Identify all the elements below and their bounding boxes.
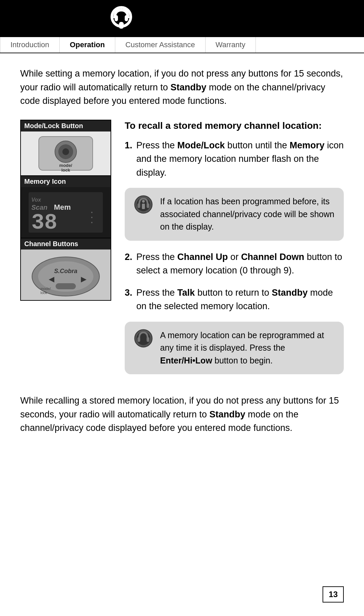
svg-rect-31 xyxy=(138,203,140,208)
closing-paragraph: While recalling a stored memory location… xyxy=(20,394,344,435)
instructions-column: To recall a stored memory channel locati… xyxy=(125,120,344,384)
page-number: 13 xyxy=(329,590,338,599)
channel-buttons-image: S.Cobra ◀ ▶ mode/ lock xyxy=(21,250,111,300)
svg-text:mode/: mode/ xyxy=(59,163,72,168)
note-box-2: A memory location can be reprogrammed at… xyxy=(125,322,344,375)
svg-point-29 xyxy=(142,200,145,203)
step-2-bold-1: Channel Up xyxy=(177,252,228,262)
svg-rect-35 xyxy=(138,337,140,342)
two-column-layout: Mode/Lock Button mode/ lock Memory Icon xyxy=(20,120,344,384)
nav-introduction[interactable]: Introduction xyxy=(0,37,60,53)
svg-text:•: • xyxy=(91,210,93,215)
svg-rect-30 xyxy=(142,204,145,209)
header-logo-center xyxy=(81,0,162,37)
svg-text:lock: lock xyxy=(40,291,47,295)
step-3-number: 3. xyxy=(125,286,132,313)
svg-text:lock: lock xyxy=(61,168,70,173)
svg-text:•: • xyxy=(91,215,93,220)
info-icon-2 xyxy=(134,329,153,348)
step-3: 3. Press the Talk button to return to St… xyxy=(125,286,344,313)
mode-lock-svg: mode/ lock xyxy=(32,133,99,174)
svg-point-7 xyxy=(62,148,69,155)
step-1-number: 1. xyxy=(125,139,132,180)
memory-icon-image-box: Memory Icon Vox Scan Mem 38 xyxy=(20,176,111,238)
memory-display-svg: Vox Scan Mem 38 • • • xyxy=(25,189,106,236)
note-2-bold: Enter/Hi•Low xyxy=(160,356,212,365)
svg-text:Scan: Scan xyxy=(31,204,48,211)
note-box-1: If a location has been programmed before… xyxy=(125,188,344,241)
nav-customer-assistance[interactable]: Customer Assistance xyxy=(115,37,206,53)
intro-paragraph: While setting a memory location, if you … xyxy=(20,67,344,108)
header-logo-left xyxy=(0,0,81,37)
step-3-bold-2: Standby xyxy=(272,288,308,298)
svg-rect-26 xyxy=(56,283,76,289)
svg-text:◀: ◀ xyxy=(49,275,55,283)
channel-buttons-label: Channel Buttons xyxy=(21,238,111,250)
step-2-text: Press the Channel Up or Channel Down but… xyxy=(136,250,344,277)
note-1-text: If a location has been programmed before… xyxy=(160,195,334,233)
standby-bold-1: Standby xyxy=(171,82,207,92)
svg-text:Mem: Mem xyxy=(54,203,71,211)
page-header xyxy=(0,0,364,37)
svg-text:•: • xyxy=(91,220,93,225)
step-1: 1. Press the Mode/Lock button until the … xyxy=(125,139,344,180)
note-2-text: A memory location can be reprogrammed at… xyxy=(160,329,334,367)
svg-text:Vox: Vox xyxy=(31,197,41,203)
channel-buttons-image-box: Channel Buttons S.Cobra ◀ ▶ mode/ lock xyxy=(20,238,111,301)
note-icon-1 xyxy=(134,195,153,214)
step-2-bold-2: Channel Down xyxy=(241,252,304,262)
cobra-logo-icon xyxy=(106,3,136,34)
mode-lock-image: mode/ lock xyxy=(21,131,111,175)
svg-text:38: 38 xyxy=(31,211,57,235)
step-1-bold-1: Mode/Lock xyxy=(177,140,225,150)
header-right xyxy=(162,0,364,37)
step-2: 2. Press the Channel Up or Channel Down … xyxy=(125,250,344,277)
memory-icon-label: Memory Icon xyxy=(21,176,111,187)
step-3-bold-1: Talk xyxy=(177,288,195,298)
step-3-text: Press the Talk button to return to Stand… xyxy=(136,286,344,313)
closing-standby-bold: Standby xyxy=(209,409,245,419)
step-2-number: 2. xyxy=(125,250,132,277)
image-stack: Mode/Lock Button mode/ lock Memory Icon xyxy=(20,120,111,384)
note-icon-2 xyxy=(134,329,153,348)
section-title: To recall a stored memory channel locati… xyxy=(125,120,344,132)
info-icon-1 xyxy=(134,195,153,214)
svg-rect-36 xyxy=(147,337,149,342)
step-1-bold-2: Memory xyxy=(290,140,325,150)
svg-rect-32 xyxy=(147,203,149,208)
main-content: While setting a memory location, if you … xyxy=(0,53,364,448)
nav-operation[interactable]: Operation xyxy=(60,37,115,53)
channel-buttons-svg: S.Cobra ◀ ▶ mode/ lock xyxy=(27,251,104,298)
svg-text:S.Cobra: S.Cobra xyxy=(54,268,77,274)
nav-warranty[interactable]: Warranty xyxy=(206,37,256,53)
mode-lock-image-box: Mode/Lock Button mode/ lock xyxy=(20,120,111,176)
memory-icon-image: Vox Scan Mem 38 • • • xyxy=(21,187,111,238)
mode-lock-label: Mode/Lock Button xyxy=(21,120,111,131)
navigation-bar: Introduction Operation Customer Assistan… xyxy=(0,37,364,53)
svg-text:mode/: mode/ xyxy=(40,287,51,291)
page-number-box: 13 xyxy=(323,586,344,603)
svg-rect-1 xyxy=(119,22,124,29)
step-1-text: Press the Mode/Lock button until the Mem… xyxy=(136,139,344,180)
svg-text:▶: ▶ xyxy=(81,275,87,283)
